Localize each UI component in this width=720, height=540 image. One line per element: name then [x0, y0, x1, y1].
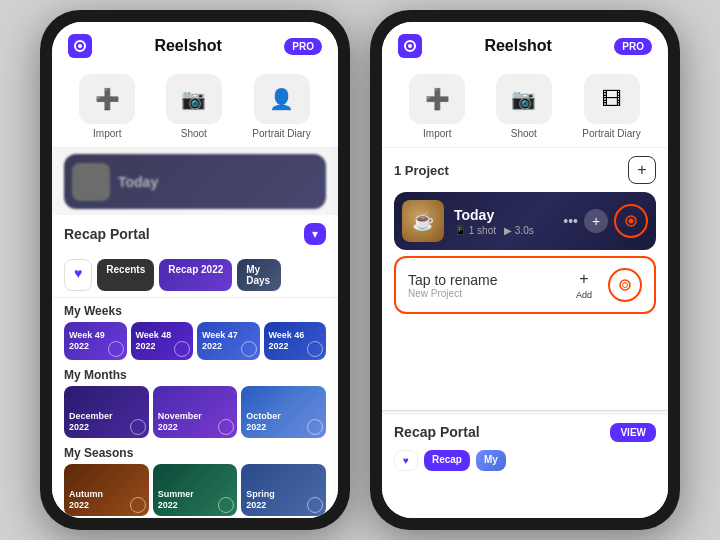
month-item[interactable]: December2022	[64, 386, 149, 438]
my-seasons-heading: My Seasons	[64, 446, 326, 460]
scroll-area[interactable]: My Weeks Week 492022 Week 482022 Week 47…	[52, 298, 338, 518]
more-options-icon[interactable]: •••	[563, 213, 578, 229]
app-title-right: Reelshot	[484, 37, 552, 55]
blurred-project-card: Today	[64, 154, 326, 209]
shot-count: 📱 1 shot	[454, 225, 496, 236]
project-meta: 📱 1 shot ▶ 3.0s	[454, 225, 553, 236]
months-row: December2022 November2022 October2022	[64, 386, 326, 438]
view-button[interactable]: VIEW	[610, 423, 656, 442]
tab-my-days[interactable]: My Days	[237, 259, 281, 291]
recap-portal-header: Recap Portal ▾	[52, 215, 338, 253]
svg-point-7	[623, 283, 628, 288]
projects-section: 1 Project + ☕ Today 📱 1 shot ▶ 3.0s ••• …	[382, 148, 668, 322]
add-icon: +	[579, 270, 588, 288]
project-info: Today 📱 1 shot ▶ 3.0s	[454, 207, 553, 236]
project-title: Today	[454, 207, 553, 223]
right-screen: Reelshot PRO ➕ Import 📷 Shoot 🎞 Portrait…	[382, 22, 668, 518]
recap-portal-title: Recap Portal	[64, 226, 150, 242]
circle-icon	[307, 497, 323, 513]
month-item[interactable]: October2022	[241, 386, 326, 438]
circle-icon	[307, 341, 323, 357]
my-months-heading: My Months	[64, 368, 326, 382]
shoot-button-right[interactable]: 📷 Shoot	[496, 74, 552, 139]
tab-recents[interactable]: Recents	[97, 259, 154, 291]
circle-icon	[307, 419, 323, 435]
import-icon-right: ➕	[409, 74, 465, 124]
import-label: Import	[93, 128, 121, 139]
week-item[interactable]: Week 492022	[64, 322, 127, 360]
week-item[interactable]: Week 472022	[197, 322, 260, 360]
circle-icon	[174, 341, 190, 357]
tab-my-right[interactable]: My	[476, 450, 506, 471]
app-logo-icon[interactable]	[68, 34, 92, 58]
project-thumbnail: ☕	[402, 200, 444, 242]
add-text: Add	[576, 290, 592, 300]
left-screen: Reelshot PRO ➕ Import 📷 Shoot 👤 Portrait…	[52, 22, 338, 518]
circle-icon	[108, 341, 124, 357]
pro-badge: PRO	[284, 38, 322, 55]
collapse-icon: ▾	[312, 227, 318, 241]
tab-recap-2022[interactable]: Recap 2022	[159, 259, 232, 291]
camera-icon: 📷	[166, 74, 222, 124]
week-item[interactable]: Week 462022	[264, 322, 327, 360]
collapse-button[interactable]: ▾	[304, 223, 326, 245]
new-project-card[interactable]: Tap to rename New Project + Add	[394, 256, 656, 314]
tab-heart[interactable]: ♥	[64, 259, 92, 291]
recap-tabs-row: ♥ Recents Recap 2022 My Days	[52, 253, 338, 298]
season-item[interactable]: Summer2022	[153, 464, 238, 516]
tab-recap-right[interactable]: Recap	[424, 450, 470, 471]
new-project-label: New Project	[408, 288, 566, 299]
season-item[interactable]: Autumn2022	[64, 464, 149, 516]
week-item[interactable]: Week 482022	[131, 322, 194, 360]
add-project-button[interactable]: +	[628, 156, 656, 184]
new-project-record-button[interactable]	[608, 268, 642, 302]
blurred-title: Today	[118, 174, 158, 190]
divider	[382, 410, 668, 411]
left-phone: Reelshot PRO ➕ Import 📷 Shoot 👤 Portrait…	[40, 10, 350, 530]
project-count: 1 Project	[394, 163, 449, 178]
svg-point-1	[78, 44, 82, 48]
app-title: Reelshot	[154, 37, 222, 55]
projects-header: 1 Project +	[394, 156, 656, 184]
month-item[interactable]: November2022	[153, 386, 238, 438]
new-project-info: Tap to rename New Project	[408, 272, 566, 299]
svg-point-5	[629, 219, 634, 224]
import-button[interactable]: ➕ Import	[79, 74, 135, 139]
project-add-button[interactable]: +	[584, 209, 608, 233]
import-icon: ➕	[79, 74, 135, 124]
circle-icon	[241, 341, 257, 357]
recap-header-right: Recap Portal VIEW	[394, 423, 656, 442]
blurred-thumb	[72, 163, 110, 201]
right-header: Reelshot PRO	[382, 22, 668, 66]
recap-tabs-right: ♥ Recap My	[394, 450, 656, 471]
app-logo-icon-right[interactable]	[398, 34, 422, 58]
recap-section-right: Recap Portal VIEW ♥ Recap My	[382, 415, 668, 519]
shoot-label: Shoot	[181, 128, 207, 139]
import-button-right[interactable]: ➕ Import	[409, 74, 465, 139]
today-project-card[interactable]: ☕ Today 📱 1 shot ▶ 3.0s ••• +	[394, 192, 656, 250]
project-record-button[interactable]	[614, 204, 648, 238]
portrait-icon-right: 🎞	[584, 74, 640, 124]
tab-heart-right[interactable]: ♥	[394, 450, 418, 471]
project-actions: ••• +	[563, 204, 648, 238]
recap-title-right: Recap Portal	[394, 424, 480, 440]
portrait-diary-button[interactable]: 👤 Portrait Diary	[252, 74, 310, 139]
camera-icon-right: 📷	[496, 74, 552, 124]
portrait-label-right: Portrait Diary	[582, 128, 640, 139]
circle-icon	[130, 419, 146, 435]
shoot-label-right: Shoot	[511, 128, 537, 139]
svg-point-3	[408, 44, 412, 48]
portrait-label: Portrait Diary	[252, 128, 310, 139]
seasons-row: Autumn2022 Summer2022 Spring2022	[64, 464, 326, 516]
action-row-right: ➕ Import 📷 Shoot 🎞 Portrait Diary	[382, 66, 668, 148]
new-project-add-area[interactable]: + Add	[576, 270, 592, 300]
season-item[interactable]: Spring2022	[241, 464, 326, 516]
weeks-row: Week 492022 Week 482022 Week 472022 Week…	[64, 322, 326, 360]
circle-icon	[130, 497, 146, 513]
tap-to-rename-text: Tap to rename	[408, 272, 566, 288]
portrait-icon: 👤	[254, 74, 310, 124]
shoot-button[interactable]: 📷 Shoot	[166, 74, 222, 139]
left-header: Reelshot PRO	[52, 22, 338, 66]
portrait-diary-button-right[interactable]: 🎞 Portrait Diary	[582, 74, 640, 139]
svg-point-6	[620, 280, 630, 290]
